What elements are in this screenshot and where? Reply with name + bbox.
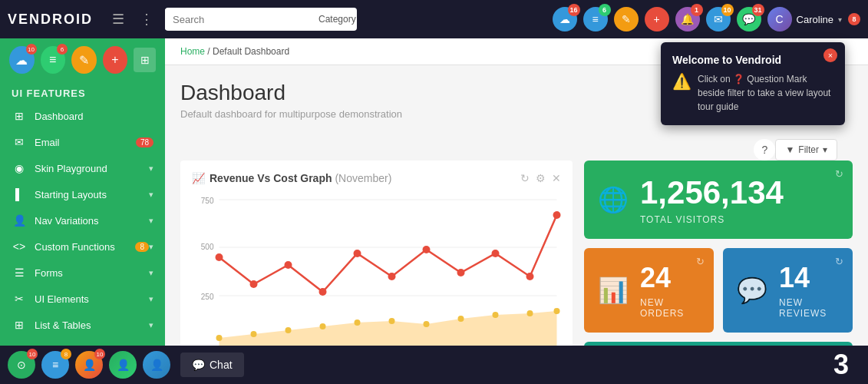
nav-plus-icon-wrap[interactable]: + [645, 7, 669, 31]
bb-avatar-1[interactable]: 👤 10 [75, 351, 103, 379]
nav-variations-icon: 👤 [12, 214, 27, 227]
svg-point-15 [424, 321, 430, 327]
plus-icon: + [645, 7, 669, 31]
custom-functions-badge: 8 [135, 242, 149, 252]
chart-close-icon[interactable]: ✕ [552, 172, 561, 184]
nav-mail-icon-wrap[interactable]: ✉ 10 [706, 7, 731, 31]
skin-playground-icon: ◉ [12, 162, 27, 174]
forms-icon: ☰ [12, 266, 27, 279]
chevron-down-icon: ▾ [149, 190, 153, 200]
sidebar-grid-button[interactable]: ⊞ [134, 48, 156, 72]
sidebar-item-ui-elements[interactable]: ✂ UI Elements ▾ [0, 286, 165, 312]
welcome-popup: Welcome to Vendroid × ⚠️ Click on ❓ Ques… [661, 42, 845, 125]
sidebar-item-starting-layouts[interactable]: ▌ Starting Layouts ▾ [0, 181, 165, 207]
chart-refresh-icon[interactable]: ↻ [520, 172, 530, 184]
hamburger-button[interactable]: ☰ [108, 7, 128, 31]
svg-point-25 [388, 273, 396, 280]
search-input[interactable] [165, 9, 309, 30]
chevron-down-icon: ▾ [149, 320, 153, 330]
sidebar-plus-icon[interactable]: + [103, 46, 128, 74]
svg-point-30 [553, 211, 561, 219]
sidebar-item-label: Email [35, 137, 136, 148]
filter-area: ? ▼ Filter ▾ [180, 135, 853, 161]
reviews-icon: 💬 [737, 276, 767, 305]
svg-point-27 [457, 269, 465, 276]
bb-avatar-2[interactable]: 👤 [109, 351, 137, 379]
chart-actions: ↻ ⚙ ✕ [520, 172, 561, 184]
sidebar-item-forms[interactable]: ☰ Forms ▾ [0, 260, 165, 286]
filter-button[interactable]: ▼ Filter ▾ [775, 139, 837, 161]
svg-point-28 [492, 250, 500, 257]
orders-label: NEW ORDERS [640, 297, 700, 319]
svg-point-13 [355, 319, 361, 326]
warning-icon: ⚠️ [672, 72, 691, 91]
custom-functions-icon: <> [12, 240, 27, 253]
revenue-chart: 750 500 250 0 [192, 192, 561, 361]
orders-icon: 📊 [598, 276, 629, 305]
sidebar-pencil-icon[interactable]: ✎ [71, 46, 97, 74]
popup-close-button[interactable]: × [823, 48, 837, 62]
sidebar-item-list-tables[interactable]: ⊞ List & Tables ▾ [0, 312, 165, 338]
nav-cloud-icon-wrap[interactable]: ☁ 16 [553, 7, 577, 31]
user-badge: 8 [848, 13, 860, 25]
chevron-down-icon: ▾ [149, 268, 153, 278]
nav-pencil-icon-wrap[interactable]: ✎ [614, 7, 639, 31]
svg-point-22 [285, 261, 292, 269]
sidebar-item-custom-functions[interactable]: <> Custom Functions 8 ▾ [0, 233, 165, 260]
user-name: Caroline [797, 14, 833, 25]
sidebar-item-dashboard[interactable]: ⊞ Dashboard [0, 103, 165, 129]
sidebar-item-email[interactable]: ✉ Email 78 [0, 129, 165, 155]
chart-settings-icon[interactable]: ⚙ [536, 172, 546, 184]
reviews-label: NEW REVIEWS [779, 297, 839, 319]
user-avatar[interactable]: C Caroline ▾ 8 [767, 7, 860, 31]
nav-chat-icon-wrap[interactable]: 💬 31 [737, 7, 761, 31]
orders-refresh-icon[interactable]: ↻ [696, 256, 705, 267]
sidebar-cloud-icon[interactable]: ☁ 10 [9, 46, 35, 74]
sidebar-item-nav-variations[interactable]: 👤 Nav Variations ▾ [0, 207, 165, 233]
category-select[interactable]: Category [309, 8, 357, 30]
bell-badge: 1 [691, 4, 703, 16]
mail-badge: 10 [721, 4, 734, 16]
top-navigation: VENDROID ☰ ⋮ Category 🔍 ☁ 16 ≡ 6 ✎ + 🔔 1… [0, 0, 868, 38]
bb-list-icon[interactable]: ≡ 8 [41, 351, 69, 379]
svg-text:750: 750 [201, 197, 214, 205]
email-icon: ✉ [12, 136, 27, 148]
svg-point-16 [458, 316, 464, 322]
chart-card: 📈 Revenue Vs Cost Graph (November) ↻ ⚙ ✕… [180, 161, 573, 376]
question-mark-button[interactable]: ? [754, 139, 775, 161]
stat-card-visitors[interactable]: 🌐 1,256,134 TOTAL VISITORS ↻ [584, 161, 853, 239]
dots-menu-button[interactable]: ⋮ [136, 7, 157, 31]
visitors-label: TOTAL VISITORS [640, 214, 784, 225]
chat-button[interactable]: 💬 Chat [180, 353, 244, 377]
logo-text: VENDROID [8, 12, 93, 27]
reviews-number: 14 [779, 262, 839, 294]
svg-point-10 [251, 331, 257, 337]
dashboard-grid: 📈 Revenue Vs Cost Graph (November) ↻ ⚙ ✕… [180, 161, 853, 376]
sidebar-list-icon[interactable]: ≡ 6 [41, 46, 66, 74]
sidebar-item-label: Custom Functions [35, 241, 135, 253]
sidebar-item-label: UI Elements [35, 293, 149, 305]
chat-label: Chat [210, 359, 233, 371]
bb-activity-icon[interactable]: ⊙ 10 [8, 351, 35, 379]
stat-info: 14 NEW REVIEWS [779, 262, 839, 319]
visitors-icon: 🌐 [598, 185, 629, 214]
sidebar-item-skin-playground[interactable]: ◉ Skin Playground ▾ [0, 155, 165, 181]
stat-card-orders[interactable]: 📊 24 NEW ORDERS ↻ [584, 248, 714, 333]
nav-right: ☁ 16 ≡ 6 ✎ + 🔔 1 ✉ 10 💬 31 C Caroline ▾ [553, 7, 860, 31]
nav-bell-icon-wrap[interactable]: 🔔 1 [675, 7, 700, 31]
visitors-number: 1,256,134 [640, 174, 784, 211]
stat-refresh-icon[interactable]: ↻ [835, 168, 843, 180]
email-badge: 78 [136, 137, 153, 147]
breadcrumb-home[interactable]: Home [180, 46, 205, 57]
nav-list-icon-wrap[interactable]: ≡ 6 [583, 7, 608, 31]
chevron-down-icon: ▾ [149, 216, 153, 226]
bb-avatar-3[interactable]: 👤 [143, 351, 170, 379]
reviews-refresh-icon[interactable]: ↻ [835, 256, 843, 267]
svg-point-12 [320, 323, 326, 329]
stat-card-reviews[interactable]: 💬 14 NEW REVIEWS ↻ [723, 248, 853, 333]
sidebar-list-badge: 6 [57, 44, 68, 55]
user-caret-icon: ▾ [838, 15, 842, 24]
filter-caret-icon: ▾ [823, 144, 827, 155]
sidebar-cloud-badge: 10 [26, 44, 37, 55]
ui-elements-icon: ✂ [12, 293, 27, 305]
